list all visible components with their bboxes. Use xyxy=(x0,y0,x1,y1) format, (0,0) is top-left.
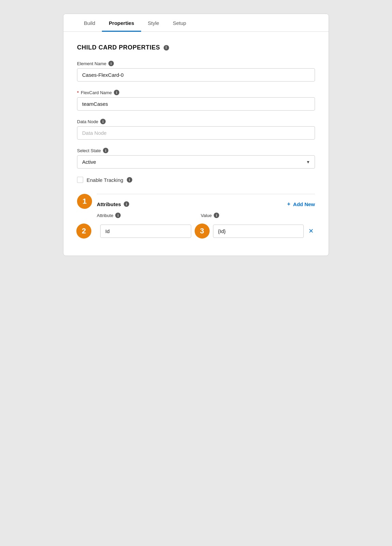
tab-properties[interactable]: Properties xyxy=(102,14,141,32)
attributes-header-content: Attributes i +Add New Attribute i xyxy=(97,194,315,239)
select-state-group: Select State i Active Inactive Draft ▼ xyxy=(77,148,315,169)
flexcard-name-input[interactable] xyxy=(77,97,315,111)
attribute-input-0[interactable] xyxy=(100,225,191,238)
value-col: Value i xyxy=(201,213,298,220)
title-info-icon[interactable]: i xyxy=(164,45,169,51)
value-col-label: Value i xyxy=(201,213,298,218)
data-node-label: Data Node i xyxy=(77,119,315,124)
tabs-bar: Build Properties Style Setup xyxy=(63,14,329,32)
value-label-info-icon[interactable]: i xyxy=(214,213,219,218)
attribute-label-info-icon[interactable]: i xyxy=(115,213,121,218)
data-node-info-icon[interactable]: i xyxy=(100,119,106,124)
attribute-col: Attribute i xyxy=(97,213,194,220)
data-node-group: Data Node i xyxy=(77,119,315,140)
value-input-0[interactable] xyxy=(213,225,304,238)
close-icon: ✕ xyxy=(308,227,314,235)
plus-icon: + xyxy=(287,201,290,207)
attributes-header: Attributes i +Add New xyxy=(97,194,315,207)
flexcard-name-group: * FlexCard Name i xyxy=(77,90,315,111)
select-state-info-icon[interactable]: i xyxy=(103,148,108,153)
properties-panel: Build Properties Style Setup CHILD CARD … xyxy=(63,14,329,256)
select-state-wrapper: Active Inactive Draft ▼ xyxy=(77,155,315,169)
attr-row-0: 2 3 ✕ xyxy=(97,224,315,239)
badge-3: 3 xyxy=(195,224,210,239)
enable-tracking-info-icon[interactable]: i xyxy=(127,177,132,183)
attr-columns: Attribute i Value i xyxy=(97,213,315,220)
tab-setup[interactable]: Setup xyxy=(166,14,193,32)
tab-style[interactable]: Style xyxy=(141,14,166,32)
enable-tracking-row: Enable Tracking i xyxy=(77,177,315,183)
select-state-select[interactable]: Active Inactive Draft xyxy=(77,155,315,169)
element-name-label: Element Name i xyxy=(77,61,315,66)
flexcard-name-info-icon[interactable]: i xyxy=(114,90,119,95)
attributes-info-icon[interactable]: i xyxy=(124,201,129,207)
tab-build[interactable]: Build xyxy=(77,14,102,32)
attributes-block: 1 Attributes i +Add New Attribute xyxy=(77,194,315,239)
section-title: CHILD CARD PROPERTIES i xyxy=(77,44,315,51)
enable-tracking-checkbox[interactable] xyxy=(77,177,83,183)
flexcard-name-label: * FlexCard Name i xyxy=(77,90,315,95)
element-name-input[interactable] xyxy=(77,68,315,82)
select-state-label: Select State i xyxy=(77,148,315,153)
panel-content: CHILD CARD PROPERTIES i Element Name i *… xyxy=(63,32,329,256)
element-name-group: Element Name i xyxy=(77,61,315,82)
element-name-info-icon[interactable]: i xyxy=(108,61,114,66)
attribute-col-label: Attribute i xyxy=(97,213,194,218)
attributes-header-row: 1 Attributes i +Add New Attribute xyxy=(77,194,315,239)
enable-tracking-label: Enable Tracking xyxy=(87,177,123,183)
add-new-button[interactable]: +Add New xyxy=(287,201,315,207)
badge-1: 1 xyxy=(77,194,92,209)
delete-row-button-0[interactable]: ✕ xyxy=(307,226,315,236)
badge-2: 2 xyxy=(76,224,91,239)
attributes-title: Attributes i xyxy=(97,201,129,207)
data-node-input[interactable] xyxy=(77,126,315,140)
